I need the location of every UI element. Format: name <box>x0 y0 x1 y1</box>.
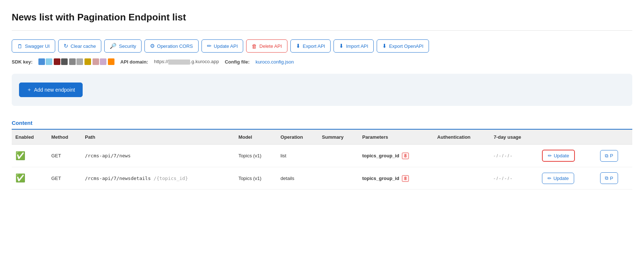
method-value: GET <box>51 153 61 158</box>
copy-action-cell: ⧉ P <box>594 167 632 189</box>
operation-value: list <box>280 153 286 158</box>
usage-value: - / - / - / - <box>494 153 512 158</box>
sdk-block-4 <box>61 58 68 65</box>
parameters-cell: topics_group_id 8 <box>359 167 434 189</box>
security-button[interactable]: 🔎 Security <box>104 39 142 53</box>
col-authentication: Authentication <box>434 130 490 145</box>
table-row: ✅ GET /rcms-api/7/newsdetails /{topics_i… <box>12 167 632 189</box>
col-parameters: Parameters <box>359 130 434 145</box>
authentication-cell <box>434 145 490 167</box>
enabled-cell: ✅ <box>12 145 48 167</box>
update-action-cell: ✏ Update <box>538 167 594 189</box>
copy-icon: ⧉ <box>605 175 608 181</box>
plus-icon: ＋ <box>27 87 32 93</box>
refresh-icon: ↻ <box>64 43 68 49</box>
update-button[interactable]: ✏ Update <box>542 173 574 184</box>
export-openapi-button[interactable]: ⬇ Export OpenAPI <box>377 39 429 53</box>
enabled-check-icon: ✅ <box>15 151 25 160</box>
col-actions1 <box>538 130 594 145</box>
sdk-block-9 <box>100 58 106 65</box>
sdk-block-3 <box>54 58 60 65</box>
sdk-block-10 <box>108 58 114 65</box>
page-wrapper: News list with Pagination Endpoint list … <box>0 0 644 280</box>
api-domain-value: https://.g.kuroco.app <box>154 59 219 65</box>
col-summary: Summary <box>318 130 358 145</box>
sdk-block-2 <box>46 58 52 65</box>
sdk-block-7 <box>84 58 91 65</box>
divider <box>12 30 632 31</box>
parameters-cell: topics_group_id 8 <box>359 145 434 167</box>
model-cell: Topics (v1) <box>235 167 277 189</box>
trash-icon: 🗑 <box>252 43 257 49</box>
download2-icon: ⬇ <box>339 43 344 49</box>
model-value: Topics (v1) <box>238 176 261 181</box>
col-actions2 <box>594 130 632 145</box>
clear-cache-button[interactable]: ↻ Clear cache <box>58 39 101 53</box>
path-value: /rcms-api/7/news <box>85 153 131 158</box>
pencil-small-icon: ✏ <box>547 176 551 181</box>
copy-button[interactable]: ⧉ P <box>600 172 618 184</box>
sdk-block-8 <box>93 58 99 65</box>
delete-api-button[interactable]: 🗑 Delete API <box>246 39 287 53</box>
content-header: Content <box>12 116 632 130</box>
export-api-button[interactable]: ⬇ Export API <box>290 39 331 53</box>
usage-value: - / - / - / - <box>494 176 512 181</box>
sdk-label: SDK key: <box>12 59 33 65</box>
param-badge: 8 <box>402 153 409 159</box>
path-cell: /rcms-api/7/newsdetails /{topics_id} <box>81 167 235 189</box>
sdk-block-1 <box>38 58 45 65</box>
download3-icon: ⬇ <box>382 43 387 49</box>
add-endpoint-button[interactable]: ＋ Add new endpoint <box>19 83 83 97</box>
add-endpoint-section: ＋ Add new endpoint <box>12 74 632 106</box>
usage-cell: - / - / - / - <box>490 145 538 167</box>
summary-cell <box>318 145 358 167</box>
page-title: News list with Pagination Endpoint list <box>12 12 632 23</box>
config-link[interactable]: kuroco.config.json <box>256 59 294 65</box>
gear-icon: ⚙ <box>150 43 155 49</box>
table-header-row: Enabled Method Path Model Operation Summ… <box>12 130 632 145</box>
copy-label: P <box>610 176 613 181</box>
update-api-button[interactable]: ✏ Update API <box>202 39 244 53</box>
path-param-value: /{topics_id} <box>154 176 188 181</box>
update-label: Update <box>554 153 569 158</box>
sdk-block-5 <box>69 58 76 65</box>
usage-cell: - / - / - / - <box>490 167 538 189</box>
path-cell: /rcms-api/7/news <box>81 145 235 167</box>
method-value: GET <box>51 176 61 181</box>
content-section: Content Enabled Method Path Model Operat… <box>12 116 632 189</box>
col-7day-usage: 7-day usage <box>490 130 538 145</box>
model-value: Topics (v1) <box>238 153 261 158</box>
param-badge: 8 <box>402 175 409 182</box>
swagger-ui-button[interactable]: 🗒 Swagger UI <box>12 39 55 53</box>
summary-cell <box>318 167 358 189</box>
model-cell: Topics (v1) <box>235 145 277 167</box>
enabled-cell: ✅ <box>12 167 48 189</box>
toolbar: 🗒 Swagger UI ↻ Clear cache 🔎 Security ⚙ … <box>12 39 632 53</box>
col-operation: Operation <box>277 130 318 145</box>
pencil-small-icon: ✏ <box>548 153 552 158</box>
search-icon: 🔎 <box>110 43 117 49</box>
col-method: Method <box>48 130 81 145</box>
add-endpoint-label: Add new endpoint <box>34 87 75 93</box>
col-path: Path <box>81 130 235 145</box>
col-model: Model <box>235 130 277 145</box>
operation-cell: details <box>277 167 318 189</box>
sdk-row: SDK key: API domain: https://.g.kuroco.a… <box>12 58 632 65</box>
enabled-check-icon: ✅ <box>15 173 25 183</box>
param-name: topics_group_id <box>362 176 399 181</box>
api-domain-label: API domain: <box>120 59 148 65</box>
col-enabled: Enabled <box>12 130 48 145</box>
authentication-cell <box>434 167 490 189</box>
swagger-icon: 🗒 <box>17 43 23 49</box>
copy-icon: ⧉ <box>605 153 608 159</box>
operation-cell: list <box>277 145 318 167</box>
update-button-highlighted[interactable]: ✏ Update <box>542 150 575 162</box>
method-cell: GET <box>48 167 81 189</box>
import-api-button[interactable]: ⬇ Import API <box>334 39 374 53</box>
copy-button[interactable]: ⧉ P <box>600 150 618 162</box>
download-icon: ⬇ <box>296 43 301 49</box>
update-action-cell: ✏ Update <box>538 145 594 167</box>
method-cell: GET <box>48 145 81 167</box>
copy-action-cell: ⧉ P <box>594 145 632 167</box>
operation-cors-button[interactable]: ⚙ Operation CORS <box>144 39 198 53</box>
